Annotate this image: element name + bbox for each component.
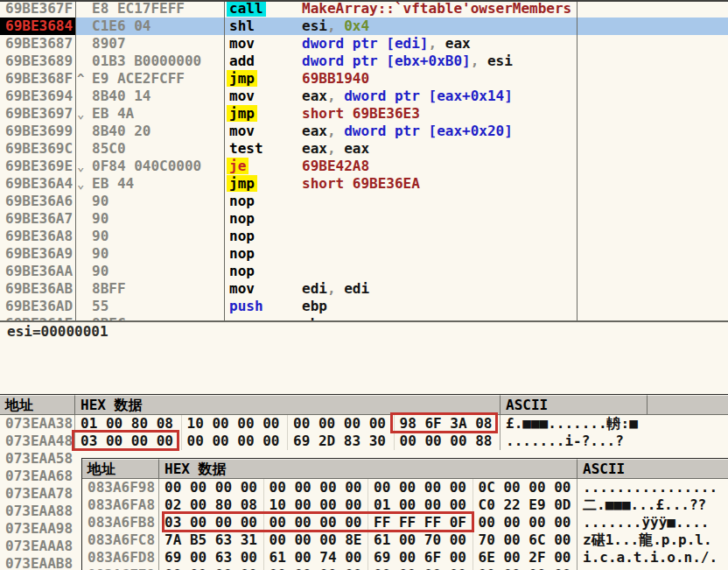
instruction-mnemonic: mov [227, 280, 257, 298]
operand: dword ptr [ebx+0xB0] [302, 53, 471, 69]
instruction-address: 69BE367F [5, 0, 75, 18]
hex-bytes-group: 7A B5 63 31 [159, 531, 264, 549]
dump-address: 073EAA78 [0, 485, 75, 503]
instruction-bytes: EB 44 [92, 175, 134, 193]
hex-dump-row[interactable]: 073EAA4803 00 00 0000 00 00 0069 2D 83 3… [0, 433, 728, 450]
disasm-row[interactable]: 69BE36998B40 20moveax, dword ptr [eax+0x… [0, 123, 728, 140]
disasm-row[interactable]: 69BE36A990nop [0, 245, 728, 263]
mnemonic-text: mov [227, 280, 257, 297]
jump-down-icon: ⌄ [77, 175, 91, 193]
disasm-row[interactable]: 69BE36AA90nop [0, 263, 728, 280]
operand: eax [302, 140, 327, 157]
disasm-row[interactable]: 69BE3697⌄EB 4Ajmpshort 69BE36E3 [0, 105, 728, 123]
disasm-row[interactable]: 69BE3684C1E6 04shlesi, 0x4 [0, 18, 728, 35]
column-header-ascii: ASCII [578, 459, 728, 478]
hex-dump-row[interactable]: 083A6FB803 00 00 0000 00 00 00FF FF FF 0… [82, 514, 728, 531]
mnemonic-text: add [227, 53, 257, 69]
instruction-bytes: 0F84 040C0000 [92, 158, 201, 175]
operand: , [327, 18, 344, 34]
instruction-bytes: 55 [92, 298, 108, 315]
column-header-address: 地址 [82, 459, 159, 478]
dump-address: 073EAA98 [0, 520, 75, 538]
instruction-mnemonic: jmp [227, 105, 257, 123]
disasm-row[interactable]: 69BE368F^E9 ACE2FCFFjmp69BB1940 [0, 70, 728, 88]
mnemonic-text: shl [227, 18, 257, 34]
disasm-row[interactable]: 69BE36AB8BFFmovedi, edi [0, 280, 728, 298]
disasm-row[interactable]: 69BE367FE8 EC17FEFFcallMakeArray::`vftab… [0, 0, 728, 18]
operand: eax [302, 88, 327, 104]
operand: , [327, 123, 344, 139]
hex-bytes-group: 10 00 00 00 [182, 415, 289, 433]
mnemonic-text: nop [227, 210, 257, 227]
instruction-operands: eax, dword ptr [eax+0x14] [302, 88, 576, 105]
instruction-mnemonic: shl [227, 18, 257, 35]
instruction-address: 69BE36A7 [5, 210, 75, 228]
hex-dump-rows: 083A6F9800 00 00 0000 00 00 0000 00 00 0… [82, 479, 728, 570]
ascii-text: .......ÿÿÿ■.... [578, 514, 728, 531]
operand: ebp [302, 298, 327, 314]
disasm-row[interactable]: 69BE369E⌄0F84 040C0000je69BE42A8 [0, 158, 728, 175]
hex-dump-row[interactable]: 083A6FE800 00 00 0000 00 00 0000 00 00 0… [82, 566, 728, 570]
disasm-row[interactable]: 69BE36A4⌄EB 44jmpshort 69BE36EA [0, 175, 728, 193]
disasm-row[interactable]: 69BE36878907movdword ptr [edi], eax [0, 35, 728, 53]
hex-bytes-group: 10 00 00 00 [264, 496, 369, 514]
operand: dword ptr [eax+0x14] [344, 88, 513, 104]
instruction-operands: eax, dword ptr [eax+0x20] [302, 123, 576, 140]
mnemonic-text: jmp [227, 175, 257, 192]
hex-dump-row[interactable]: 073EAA3801 00 80 0810 00 00 0000 00 00 0… [0, 415, 728, 433]
jump-up-icon: ^ [77, 70, 91, 88]
hex-bytes-group: 00 00 00 00 [264, 479, 369, 496]
instruction-bytes: E9 ACE2FCFF [92, 70, 185, 88]
disasm-row[interactable]: 69BE36948B40 14moveax, dword ptr [eax+0x… [0, 88, 728, 105]
dump-address: 083A6FA8 [82, 496, 159, 514]
hex-bytes-group: 00 00 00 00 [368, 566, 473, 570]
instruction-bytes: 8BFF [92, 280, 126, 298]
hex-bytes-group: 00 00 00 00 [288, 415, 395, 433]
ascii-text: i.c.a.t.i.o.n./. [578, 549, 728, 566]
hex-bytes-group: 00 00 00 00 [159, 479, 264, 496]
disasm-row[interactable]: 69BE36A690nop [0, 193, 728, 210]
instruction-bytes: E8 EC17FEFF [92, 0, 185, 18]
hex-bytes-group: 00 00 00 00 [264, 566, 369, 570]
mnemonic-text: call [227, 0, 266, 17]
instruction-operands: short 69BE36EA [302, 175, 576, 193]
ascii-text: 二.■■■...£...?? [578, 496, 728, 514]
instruction-address: 69BE369E [5, 158, 75, 175]
hex-dump-row[interactable]: 083A6FC87A B5 63 3100 00 00 8E61 00 70 0… [82, 531, 728, 549]
instruction-bytes: 90 [92, 228, 108, 245]
mnemonic-text: mov [227, 88, 257, 104]
hex-bytes-group: 00 00 00 88 [395, 433, 501, 450]
instruction-mnemonic: nop [227, 193, 257, 210]
ascii-text: ................ [578, 479, 728, 496]
instruction-operands: eax, eax [302, 140, 576, 158]
hex-bytes-group: 03 00 00 00 [159, 514, 264, 531]
hex-dump-row[interactable]: 083A6FA802 00 80 0810 00 00 0001 00 00 0… [82, 496, 728, 514]
disasm-row[interactable]: 69BE36AD55pushebp [0, 298, 728, 315]
instruction-mnemonic: test [227, 140, 266, 158]
mnemonic-text: mov [227, 123, 257, 139]
mnemonic-text: mov [227, 35, 257, 52]
disasm-row[interactable]: 69BE369C85C0testeax, eax [0, 140, 728, 158]
jump-down-icon: ⌄ [77, 158, 91, 175]
hex-bytes-group: 0C 00 00 00 [473, 479, 578, 496]
instruction-address: 69BE3687 [5, 35, 75, 53]
ascii-text: .......i-?...? [500, 433, 728, 450]
disasm-row[interactable]: 69BE368901B3 B0000000adddword ptr [ebx+0… [0, 53, 728, 70]
operand: 69BB1940 [302, 70, 369, 87]
operand: MakeArray::`vftable'owserMembers [302, 0, 571, 17]
instruction-operands: MakeArray::`vftable'owserMembers [302, 0, 576, 18]
hex-dump-row[interactable]: 083A6F9800 00 00 0000 00 00 0000 00 00 0… [82, 479, 728, 496]
instruction-operands: short 69BE36E3 [302, 105, 576, 123]
hex-bytes-group: 00 00 00 00 [182, 433, 289, 450]
hex-dump-row[interactable]: 083A6FD869 00 63 0061 00 74 0069 00 6F 0… [82, 549, 728, 566]
instruction-mnemonic: nop [227, 228, 257, 245]
instruction-bytes: EB 4A [92, 105, 134, 123]
column-divider [75, 0, 76, 320]
disasm-row[interactable]: 69BE36A790nop [0, 210, 728, 228]
operand: esi [487, 53, 513, 69]
disasm-row[interactable]: 69BE36A890nop [0, 228, 728, 245]
instruction-operands: edi, edi [302, 280, 576, 298]
operand: eax [445, 35, 471, 52]
column-header-ascii: ASCII [500, 395, 648, 414]
hex-bytes-group: 6E 00 2F 00 [473, 549, 578, 566]
